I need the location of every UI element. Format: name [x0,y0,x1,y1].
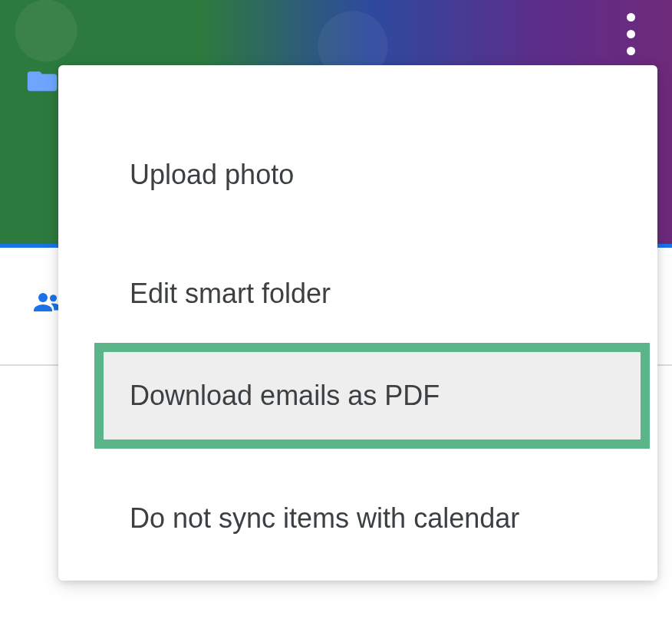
menu-item-label: Download emails as PDF [130,380,440,411]
menu-item-edit-smart-folder[interactable]: Edit smart folder [58,245,657,343]
people-icon [34,291,61,313]
svg-point-1 [50,295,57,301]
dropdown-menu: Upload photo Edit smart folder Download … [58,65,657,581]
more-vert-icon [627,47,635,55]
menu-item-do-not-sync-calendar[interactable]: Do not sync items with calendar [58,470,657,568]
more-vert-icon [627,13,635,21]
more-options-button[interactable] [617,11,644,57]
menu-item-label: Do not sync items with calendar [130,502,519,534]
svg-point-0 [38,293,48,302]
menu-item-label: Edit smart folder [130,278,331,309]
more-vert-icon [627,30,635,38]
folder-icon [26,69,58,94]
menu-item-download-emails-pdf[interactable]: Download emails as PDF [94,343,650,449]
menu-item-upload-photo[interactable]: Upload photo [58,127,657,224]
menu-item-label: Upload photo [130,159,294,190]
